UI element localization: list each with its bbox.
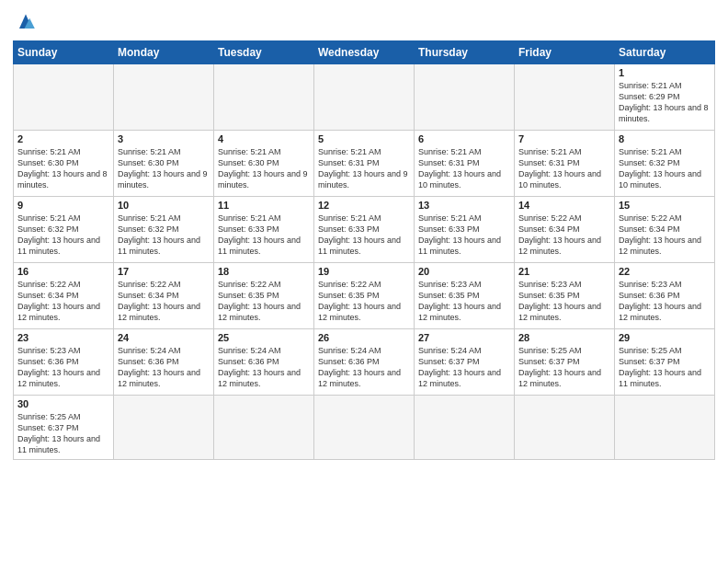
day-number: 2 bbox=[17, 133, 109, 144]
day-number: 27 bbox=[418, 332, 510, 343]
calendar-cell: 6Sunrise: 5:21 AM Sunset: 6:31 PM Daylig… bbox=[415, 131, 515, 197]
weekday-header-friday: Friday bbox=[515, 41, 615, 64]
day-number: 6 bbox=[418, 133, 510, 144]
day-number: 10 bbox=[118, 200, 210, 211]
day-number: 15 bbox=[619, 200, 711, 211]
day-info: Sunrise: 5:25 AM Sunset: 6:37 PM Dayligh… bbox=[518, 345, 610, 390]
calendar-cell bbox=[515, 396, 615, 460]
day-info: Sunrise: 5:25 AM Sunset: 6:37 PM Dayligh… bbox=[619, 345, 711, 390]
calendar-cell: 25Sunrise: 5:24 AM Sunset: 6:36 PM Dayli… bbox=[214, 329, 314, 396]
day-number: 19 bbox=[318, 266, 410, 277]
weekday-header-thursday: Thursday bbox=[415, 41, 515, 64]
day-number: 16 bbox=[17, 266, 109, 277]
day-info: Sunrise: 5:22 AM Sunset: 6:34 PM Dayligh… bbox=[518, 213, 610, 258]
day-number: 21 bbox=[518, 266, 610, 277]
day-number: 23 bbox=[17, 332, 109, 343]
day-number: 28 bbox=[518, 332, 610, 343]
calendar-cell: 30Sunrise: 5:25 AM Sunset: 6:37 PM Dayli… bbox=[14, 396, 114, 460]
calendar-cell bbox=[114, 396, 214, 460]
day-number: 3 bbox=[118, 133, 210, 144]
calendar-cell: 28Sunrise: 5:25 AM Sunset: 6:37 PM Dayli… bbox=[515, 329, 615, 396]
calendar-cell: 20Sunrise: 5:23 AM Sunset: 6:35 PM Dayli… bbox=[415, 263, 515, 329]
calendar-cell: 12Sunrise: 5:21 AM Sunset: 6:33 PM Dayli… bbox=[314, 197, 415, 263]
calendar-cell: 10Sunrise: 5:21 AM Sunset: 6:32 PM Dayli… bbox=[114, 197, 214, 263]
day-number: 4 bbox=[218, 133, 310, 144]
calendar-week-row: 1Sunrise: 5:21 AM Sunset: 6:29 PM Daylig… bbox=[14, 64, 715, 131]
calendar-cell: 5Sunrise: 5:21 AM Sunset: 6:31 PM Daylig… bbox=[314, 131, 415, 197]
calendar-cell: 18Sunrise: 5:22 AM Sunset: 6:35 PM Dayli… bbox=[214, 263, 314, 329]
day-info: Sunrise: 5:22 AM Sunset: 6:34 PM Dayligh… bbox=[118, 279, 210, 324]
calendar-cell: 15Sunrise: 5:22 AM Sunset: 6:34 PM Dayli… bbox=[615, 197, 715, 263]
day-number: 25 bbox=[218, 332, 310, 343]
calendar-cell bbox=[214, 64, 314, 131]
calendar-cell: 27Sunrise: 5:24 AM Sunset: 6:37 PM Dayli… bbox=[415, 329, 515, 396]
calendar-cell: 24Sunrise: 5:24 AM Sunset: 6:36 PM Dayli… bbox=[114, 329, 214, 396]
day-info: Sunrise: 5:21 AM Sunset: 6:31 PM Dayligh… bbox=[318, 146, 410, 191]
day-info: Sunrise: 5:21 AM Sunset: 6:30 PM Dayligh… bbox=[17, 146, 109, 191]
calendar-cell: 29Sunrise: 5:25 AM Sunset: 6:37 PM Dayli… bbox=[615, 329, 715, 396]
day-number: 20 bbox=[418, 266, 510, 277]
calendar-cell: 9Sunrise: 5:21 AM Sunset: 6:32 PM Daylig… bbox=[14, 197, 114, 263]
day-info: Sunrise: 5:22 AM Sunset: 6:35 PM Dayligh… bbox=[218, 279, 310, 324]
day-number: 8 bbox=[619, 133, 711, 144]
day-number: 24 bbox=[118, 332, 210, 343]
calendar-cell: 8Sunrise: 5:21 AM Sunset: 6:32 PM Daylig… bbox=[615, 131, 715, 197]
calendar-cell: 4Sunrise: 5:21 AM Sunset: 6:30 PM Daylig… bbox=[214, 131, 314, 197]
day-number: 12 bbox=[318, 200, 410, 211]
calendar-cell bbox=[415, 64, 515, 131]
header bbox=[13, 9, 715, 35]
page: SundayMondayTuesdayWednesdayThursdayFrid… bbox=[0, 0, 728, 469]
calendar-cell: 7Sunrise: 5:21 AM Sunset: 6:31 PM Daylig… bbox=[515, 131, 615, 197]
day-info: Sunrise: 5:21 AM Sunset: 6:29 PM Dayligh… bbox=[619, 80, 711, 125]
day-info: Sunrise: 5:21 AM Sunset: 6:32 PM Dayligh… bbox=[619, 146, 711, 191]
day-info: Sunrise: 5:25 AM Sunset: 6:37 PM Dayligh… bbox=[17, 411, 109, 456]
day-info: Sunrise: 5:23 AM Sunset: 6:35 PM Dayligh… bbox=[418, 279, 510, 324]
calendar-cell: 16Sunrise: 5:22 AM Sunset: 6:34 PM Dayli… bbox=[14, 263, 114, 329]
weekday-header-wednesday: Wednesday bbox=[314, 41, 415, 64]
calendar-cell bbox=[214, 396, 314, 460]
calendar-cell: 26Sunrise: 5:24 AM Sunset: 6:36 PM Dayli… bbox=[314, 329, 415, 396]
generalblue-logo-icon bbox=[13, 9, 39, 35]
calendar-cell: 2Sunrise: 5:21 AM Sunset: 6:30 PM Daylig… bbox=[14, 131, 114, 197]
calendar-cell: 23Sunrise: 5:23 AM Sunset: 6:36 PM Dayli… bbox=[14, 329, 114, 396]
day-info: Sunrise: 5:23 AM Sunset: 6:36 PM Dayligh… bbox=[619, 279, 711, 324]
day-number: 1 bbox=[619, 67, 711, 78]
day-info: Sunrise: 5:24 AM Sunset: 6:36 PM Dayligh… bbox=[118, 345, 210, 390]
day-info: Sunrise: 5:21 AM Sunset: 6:32 PM Dayligh… bbox=[118, 213, 210, 258]
day-number: 30 bbox=[17, 398, 109, 409]
day-number: 26 bbox=[318, 332, 410, 343]
day-info: Sunrise: 5:24 AM Sunset: 6:37 PM Dayligh… bbox=[418, 345, 510, 390]
calendar-cell: 3Sunrise: 5:21 AM Sunset: 6:30 PM Daylig… bbox=[114, 131, 214, 197]
day-info: Sunrise: 5:24 AM Sunset: 6:36 PM Dayligh… bbox=[318, 345, 410, 390]
day-number: 7 bbox=[518, 133, 610, 144]
day-info: Sunrise: 5:21 AM Sunset: 6:32 PM Dayligh… bbox=[17, 213, 109, 258]
calendar-cell: 11Sunrise: 5:21 AM Sunset: 6:33 PM Dayli… bbox=[214, 197, 314, 263]
day-info: Sunrise: 5:21 AM Sunset: 6:30 PM Dayligh… bbox=[118, 146, 210, 191]
logo bbox=[13, 9, 42, 35]
weekday-header-row: SundayMondayTuesdayWednesdayThursdayFrid… bbox=[14, 41, 715, 64]
calendar-cell: 21Sunrise: 5:23 AM Sunset: 6:35 PM Dayli… bbox=[515, 263, 615, 329]
day-number: 18 bbox=[218, 266, 310, 277]
weekday-header-saturday: Saturday bbox=[615, 41, 715, 64]
day-number: 9 bbox=[17, 200, 109, 211]
day-info: Sunrise: 5:22 AM Sunset: 6:35 PM Dayligh… bbox=[318, 279, 410, 324]
calendar-cell bbox=[14, 64, 114, 131]
calendar-week-row: 2Sunrise: 5:21 AM Sunset: 6:30 PM Daylig… bbox=[14, 131, 715, 197]
day-info: Sunrise: 5:21 AM Sunset: 6:33 PM Dayligh… bbox=[318, 213, 410, 258]
day-info: Sunrise: 5:22 AM Sunset: 6:34 PM Dayligh… bbox=[619, 213, 711, 258]
calendar-cell: 1Sunrise: 5:21 AM Sunset: 6:29 PM Daylig… bbox=[615, 64, 715, 131]
day-info: Sunrise: 5:23 AM Sunset: 6:35 PM Dayligh… bbox=[518, 279, 610, 324]
calendar-cell bbox=[515, 64, 615, 131]
weekday-header-monday: Monday bbox=[114, 41, 214, 64]
calendar-cell bbox=[314, 64, 415, 131]
calendar-cell: 22Sunrise: 5:23 AM Sunset: 6:36 PM Dayli… bbox=[615, 263, 715, 329]
day-info: Sunrise: 5:21 AM Sunset: 6:33 PM Dayligh… bbox=[418, 213, 510, 258]
weekday-header-sunday: Sunday bbox=[14, 41, 114, 64]
calendar-week-row: 9Sunrise: 5:21 AM Sunset: 6:32 PM Daylig… bbox=[14, 197, 715, 263]
calendar-week-row: 16Sunrise: 5:22 AM Sunset: 6:34 PM Dayli… bbox=[14, 263, 715, 329]
day-number: 14 bbox=[518, 200, 610, 211]
calendar-cell bbox=[314, 396, 415, 460]
calendar-cell: 17Sunrise: 5:22 AM Sunset: 6:34 PM Dayli… bbox=[114, 263, 214, 329]
day-info: Sunrise: 5:21 AM Sunset: 6:31 PM Dayligh… bbox=[518, 146, 610, 191]
day-number: 17 bbox=[118, 266, 210, 277]
